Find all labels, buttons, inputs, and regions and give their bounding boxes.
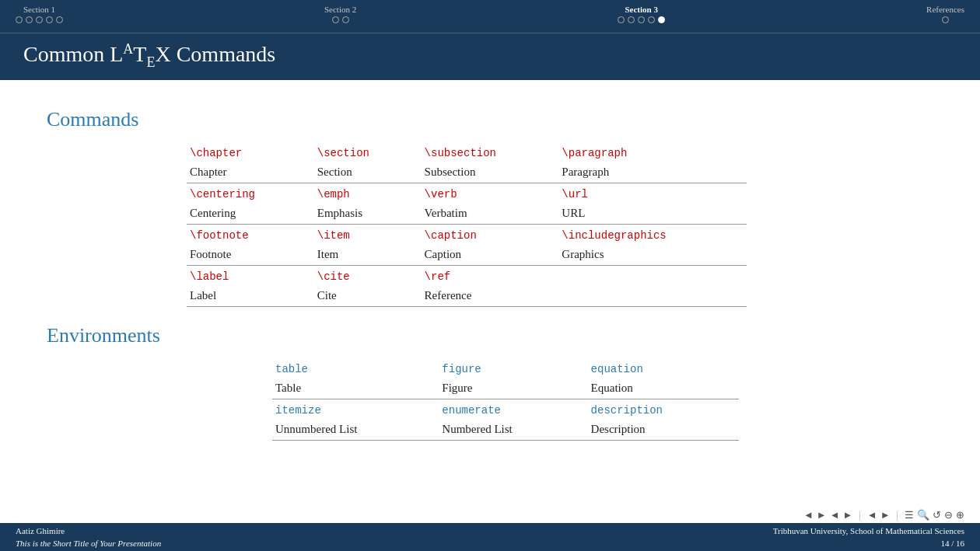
table-row: \centering \emph \verb \url — [187, 183, 747, 204]
dot — [332, 16, 339, 23]
desc-cell: Label — [187, 286, 314, 307]
nav-section-3-label: Section 3 — [625, 5, 657, 14]
env-desc-cell: Unnumbered List — [272, 420, 439, 441]
commands-table: \chapter \section \subsection \paragraph… — [187, 142, 747, 307]
dot — [942, 16, 949, 23]
cmd-cell: \url — [558, 183, 747, 204]
desc-cell: Paragraph — [558, 162, 747, 183]
cmd-cell — [558, 265, 747, 286]
nav-arrow-icon[interactable]: ► — [817, 509, 827, 521]
desc-cell: Reference — [422, 286, 559, 307]
nav-section-2[interactable]: Section 2 — [324, 5, 356, 23]
cmd-cell: \chapter — [187, 142, 314, 162]
env-desc-cell: Table — [272, 378, 439, 399]
separator: | — [859, 510, 860, 521]
nav-section-2-label: Section 2 — [324, 5, 356, 14]
env-cmd-cell: itemize — [272, 399, 439, 420]
slide-title: Common LATEX Commands — [23, 42, 275, 66]
commands-heading: Commands — [47, 108, 933, 131]
dot — [46, 16, 53, 23]
desc-cell: Verbatim — [422, 204, 559, 225]
cmd-cell: \cite — [314, 265, 422, 286]
env-desc-cell: Numbered List — [439, 420, 587, 441]
table-row: Table Figure Equation — [272, 378, 739, 399]
undo-icon[interactable]: ↺ — [933, 509, 941, 521]
env-desc-cell: Description — [588, 420, 739, 441]
zoom-in-icon[interactable]: ⊕ — [956, 509, 964, 521]
desc-cell: Caption — [422, 245, 559, 266]
desc-cell: Footnote — [187, 245, 314, 266]
search-icon[interactable]: 🔍 — [917, 509, 929, 521]
table-row: Footnote Item Caption Graphics — [187, 245, 747, 266]
env-desc-cell: Equation — [588, 378, 739, 399]
footer-bottom-row: This is the Short Title of Your Presenta… — [0, 537, 980, 551]
environments-table: table figure equation Table Figure Equat… — [272, 358, 739, 441]
cmd-cell: \includegraphics — [558, 224, 747, 245]
cmd-cell: \centering — [187, 183, 314, 204]
nav-arrow-icon[interactable]: ► — [880, 509, 891, 521]
footer: Aatiz Ghimire Tribhuvan University, Scho… — [0, 523, 980, 551]
table-row: Label Cite Reference — [187, 286, 747, 307]
nav-section-3-dots — [618, 16, 665, 23]
title-bar: Common LATEX Commands — [0, 33, 980, 80]
nav-arrow-icon[interactable]: ◄ — [830, 509, 840, 521]
dot — [628, 16, 635, 23]
table-row: table figure equation — [272, 358, 739, 378]
nav-references-dots — [942, 16, 949, 23]
table-row: \footnote \item \caption \includegraphic… — [187, 224, 747, 245]
nav-arrow-icon[interactable]: ◄ — [867, 509, 877, 521]
desc-cell: Subsection — [422, 162, 559, 183]
env-cmd-cell: figure — [439, 358, 587, 378]
footer-author: Aatiz Ghimire — [16, 526, 65, 535]
dot — [56, 16, 63, 23]
desc-cell: Section — [314, 162, 422, 183]
table-row: itemize enumerate description — [272, 399, 739, 420]
environments-heading: Environments — [47, 324, 933, 347]
nav-section-references[interactable]: References — [926, 5, 964, 23]
table-row: Unnumbered List Numbered List Descriptio… — [272, 420, 739, 441]
desc-cell: URL — [558, 204, 747, 225]
cmd-cell: \section — [314, 142, 422, 162]
nav-section-1-dots — [16, 16, 63, 23]
table-row: \label \cite \ref — [187, 265, 747, 286]
zoom-out-icon[interactable]: ⊖ — [944, 509, 953, 521]
nav-references-label: References — [926, 5, 964, 14]
cmd-cell: \footnote — [187, 224, 314, 245]
desc-cell: Chapter — [187, 162, 314, 183]
desc-cell: Cite — [314, 286, 422, 307]
nav-arrow-icon[interactable]: ► — [843, 509, 853, 521]
dot — [16, 16, 23, 23]
env-cmd-cell: description — [588, 399, 739, 420]
menu-icon[interactable]: ☰ — [905, 509, 914, 521]
separator: | — [897, 510, 898, 521]
env-cmd-cell: enumerate — [439, 399, 587, 420]
dot — [638, 16, 645, 23]
dot — [36, 16, 43, 23]
table-row: Chapter Section Subsection Paragraph — [187, 162, 747, 183]
dot — [342, 16, 349, 23]
desc-cell: Graphics — [558, 245, 747, 266]
left-arrow-icon[interactable]: ◄ — [803, 509, 814, 521]
dot — [648, 16, 655, 23]
desc-cell: Centering — [187, 204, 314, 225]
cmd-cell: \paragraph — [558, 142, 747, 162]
desc-cell — [558, 286, 747, 307]
dot — [618, 16, 625, 23]
nav-section-3[interactable]: Section 3 — [618, 5, 665, 23]
cmd-cell: \label — [187, 265, 314, 286]
desc-cell: Emphasis — [314, 204, 422, 225]
env-desc-cell: Figure — [439, 378, 587, 399]
cmd-cell: \subsection — [422, 142, 559, 162]
nav-section-1[interactable]: Section 1 — [16, 5, 63, 23]
table-row: Centering Emphasis Verbatim URL — [187, 204, 747, 225]
env-cmd-cell: equation — [588, 358, 739, 378]
nav-section-1-label: Section 1 — [23, 5, 55, 14]
desc-cell: Item — [314, 245, 422, 266]
cmd-cell: \caption — [422, 224, 559, 245]
footer-institution: Tribhuvan University, School of Mathemat… — [773, 526, 964, 535]
main-content: Commands \chapter \section \subsection \… — [0, 80, 980, 448]
nav-bar: Section 1 Section 2 Section 3 References — [0, 0, 980, 33]
table-row: \chapter \section \subsection \paragraph — [187, 142, 747, 162]
footer-page-number: 14 / 16 — [940, 539, 964, 548]
nav-section-2-dots — [332, 16, 349, 23]
